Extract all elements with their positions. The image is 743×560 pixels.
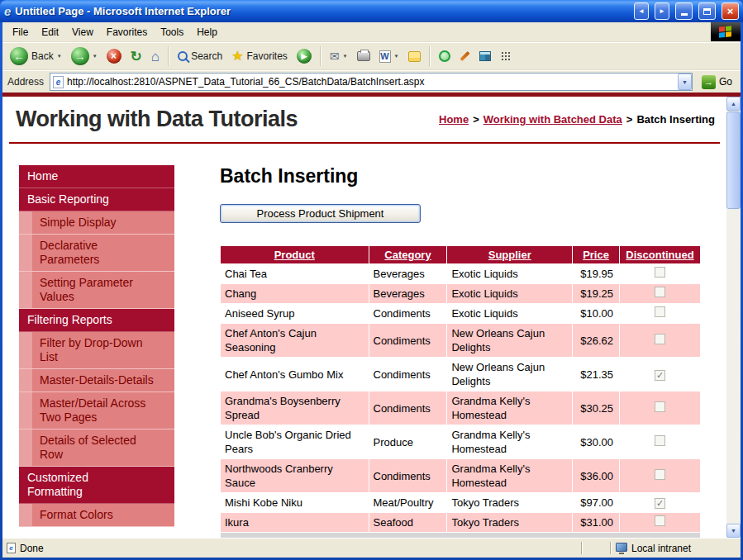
stop-button[interactable]: ×	[102, 47, 126, 65]
refresh-button[interactable]: ↻	[126, 48, 146, 65]
menu-help[interactable]: Help	[190, 25, 224, 40]
breadcrumb-link[interactable]: Home	[439, 113, 469, 126]
mail-button[interactable]: ✉ ▼	[326, 49, 352, 64]
breadcrumb-separator: >	[473, 113, 479, 126]
titlebar-arrow-right-button[interactable]: ►	[655, 2, 669, 20]
menu-favorites[interactable]: Favorites	[100, 25, 154, 40]
minimize-button[interactable]	[675, 2, 693, 20]
column-header-link[interactable]: Product	[274, 249, 315, 261]
column-header-category[interactable]: Category	[369, 246, 447, 264]
titlebar-arrow-left-button[interactable]: ◄	[634, 2, 649, 20]
web-page: Working with Data Tutorials Home>Working…	[2, 97, 726, 538]
page-header: Working with Data Tutorials Home>Working…	[2, 97, 726, 142]
product-cell: Mishi Kobe Niku	[221, 493, 369, 513]
discontinued-checkbox	[655, 334, 665, 344]
edit-button[interactable]: W ▼	[375, 49, 403, 64]
breadcrumb-link[interactable]: Working with Batched Data	[483, 113, 622, 126]
sidebar-item-format-colors[interactable]: Format Colors	[19, 504, 174, 527]
messenger-button[interactable]	[435, 49, 455, 64]
sidebar-item-simple-display[interactable]: Simple Display	[19, 211, 174, 235]
discuss-button[interactable]	[404, 50, 425, 64]
vertical-scrollbar[interactable]: ▲ ▼	[726, 97, 741, 538]
discontinued-checkbox	[655, 287, 665, 297]
column-header-product[interactable]: Product	[221, 246, 369, 264]
sidebar-item-home[interactable]: Home	[19, 165, 174, 188]
sidebar-indent-strip	[19, 235, 32, 272]
print-button[interactable]	[353, 50, 374, 63]
toolbar-separator	[320, 46, 321, 66]
favorites-label: Favorites	[247, 50, 288, 62]
menu-tools[interactable]: Tools	[154, 25, 190, 40]
discontinued-checkbox	[655, 267, 665, 278]
sidebar-item-master-details-details[interactable]: Master-Details-Details	[19, 369, 174, 392]
address-input[interactable]: e http://localhost:2810/ASPNET_Data_Tuto…	[50, 73, 693, 91]
edit-dropdown-icon: ▼	[394, 54, 399, 59]
column-header-discontinued[interactable]: Discontinued	[620, 246, 701, 264]
category-cell: Condiments	[369, 304, 447, 324]
address-dropdown-button[interactable]: ▼	[678, 74, 692, 90]
go-arrow-icon: →	[702, 75, 716, 89]
discontinued-checkbox	[655, 469, 665, 480]
status-bar: e Done Local intranet	[2, 538, 741, 558]
sidebar-item-basic-reporting[interactable]: Basic Reporting	[19, 188, 174, 211]
column-header-link[interactable]: Discontinued	[626, 249, 693, 261]
column-header-price[interactable]: Price	[573, 246, 620, 264]
search-button[interactable]: Search	[174, 49, 226, 64]
scrollbar-track[interactable]	[726, 210, 741, 524]
menu-items: FileEditViewFavoritesToolsHelp	[2, 22, 711, 41]
pencil-tool-button[interactable]	[455, 53, 474, 59]
local-intranet-icon	[616, 543, 627, 552]
scroll-up-button[interactable]: ▲	[726, 97, 741, 111]
sidebar-item-declarative-parameters[interactable]: Declarative Parameters	[19, 235, 174, 272]
breadcrumb-current: Batch Inserting	[636, 113, 715, 126]
process-product-shipment-button[interactable]: Process Product Shipment	[220, 204, 421, 223]
price-cell: $97.00	[573, 493, 620, 513]
media-button[interactable]: ▶	[293, 47, 316, 65]
sidebar-item-filter-by-drop-down-list[interactable]: Filter by Drop-Down List	[19, 332, 174, 369]
browser-window: e Untitled Page - Microsoft Internet Exp…	[0, 0, 743, 560]
edit-word-icon: W	[379, 50, 391, 63]
search-label: Search	[191, 50, 222, 62]
home-button[interactable]: ⌂	[147, 48, 164, 65]
favorites-button[interactable]: ★ Favorites	[227, 48, 292, 64]
sidebar-item-setting-parameter-values[interactable]: Setting Parameter Values	[19, 272, 174, 309]
table-row: IkuraSeafoodTokyo Traders$31.00	[221, 513, 701, 533]
close-button[interactable]: ×	[722, 2, 739, 20]
column-header-link[interactable]: Supplier	[488, 249, 531, 261]
pencil-icon	[460, 51, 469, 61]
supplier-cell: Exotic Liquids	[447, 284, 573, 304]
tiles-button[interactable]	[496, 49, 516, 64]
maximize-button[interactable]	[698, 2, 716, 20]
dot-grid-icon	[500, 50, 512, 62]
column-header-supplier[interactable]: Supplier	[447, 246, 573, 264]
menu-view[interactable]: View	[65, 25, 100, 40]
sidebar-item-label: Filter by Drop-Down List	[32, 332, 174, 369]
forward-button[interactable]: → ▼	[67, 45, 102, 67]
menu-file[interactable]: File	[6, 25, 35, 40]
research-button[interactable]	[475, 50, 495, 63]
discontinued-checkbox-checked: ✓	[655, 370, 665, 381]
scrollbar-thumb[interactable]	[726, 112, 741, 209]
menu-edit[interactable]: Edit	[35, 25, 65, 40]
discontinued-cell: ✓	[620, 493, 701, 513]
back-button[interactable]: ← Back ▼	[6, 45, 66, 67]
table-row: Chai TeaBeveragesExotic Liquids$19.95	[221, 264, 701, 284]
forward-dropdown-icon: ▼	[93, 54, 98, 59]
site-title: Working with Data Tutorials	[16, 107, 298, 132]
go-button[interactable]: → Go	[697, 75, 737, 89]
sidebar-item-master-detail-across-two-pages[interactable]: Master/Detail Across Two Pages	[19, 392, 174, 429]
discontinued-cell	[620, 392, 701, 425]
category-cell: Condiments	[369, 392, 447, 425]
scroll-down-button[interactable]: ▼	[726, 524, 741, 538]
supplier-cell: Grandma Kelly's Homestead	[447, 392, 573, 425]
discontinued-cell: ✓	[620, 358, 701, 392]
sidebar-item-filtering-reports[interactable]: Filtering Reports	[19, 309, 174, 332]
column-header-link[interactable]: Category	[384, 249, 431, 261]
discontinued-cell	[620, 425, 701, 459]
sidebar-item-customized-formatting[interactable]: Customized Formatting	[19, 467, 174, 504]
sidebar-item-details-of-selected-row[interactable]: Details of Selected Row	[19, 429, 174, 467]
discontinued-cell	[620, 264, 701, 284]
supplier-cell: Tokyo Traders	[447, 493, 573, 513]
sidebar-indent-strip	[19, 272, 32, 309]
column-header-link[interactable]: Price	[583, 249, 609, 261]
